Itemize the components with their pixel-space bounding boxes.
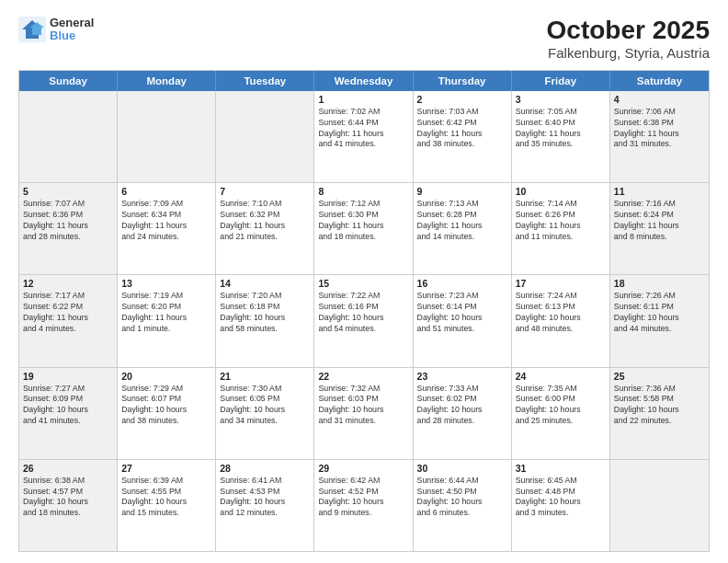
calendar-cell: 24Sunrise: 7:35 AM Sunset: 6:00 PM Dayli…	[512, 368, 610, 459]
day-info: Sunrise: 7:23 AM Sunset: 6:14 PM Dayligh…	[417, 291, 507, 335]
day-info: Sunrise: 7:36 AM Sunset: 5:58 PM Dayligh…	[614, 384, 705, 428]
day-info: Sunrise: 6:45 AM Sunset: 4:48 PM Dayligh…	[516, 476, 606, 520]
calendar-cell: 28Sunrise: 6:41 AM Sunset: 4:53 PM Dayli…	[216, 460, 314, 551]
day-number: 29	[318, 463, 408, 474]
day-number: 12	[23, 278, 113, 289]
day-number: 21	[220, 371, 310, 382]
calendar-body: 1Sunrise: 7:02 AM Sunset: 6:44 PM Daylig…	[19, 91, 709, 551]
calendar-cell: 25Sunrise: 7:36 AM Sunset: 5:58 PM Dayli…	[610, 368, 709, 459]
calendar: SundayMondayTuesdayWednesdayThursdayFrid…	[18, 70, 710, 552]
calendar-row: 19Sunrise: 7:27 AM Sunset: 6:09 PM Dayli…	[19, 368, 709, 460]
day-info: Sunrise: 7:26 AM Sunset: 6:11 PM Dayligh…	[614, 291, 705, 335]
day-info: Sunrise: 7:19 AM Sunset: 6:20 PM Dayligh…	[121, 291, 211, 335]
calendar-cell: 1Sunrise: 7:02 AM Sunset: 6:44 PM Daylig…	[314, 91, 413, 182]
calendar-cell	[216, 91, 314, 182]
weekday-header: Wednesday	[314, 71, 413, 91]
calendar-cell: 26Sunrise: 6:38 AM Sunset: 4:57 PM Dayli…	[19, 460, 118, 551]
day-number: 22	[318, 371, 408, 382]
day-number: 3	[516, 94, 606, 105]
calendar-row: 26Sunrise: 6:38 AM Sunset: 4:57 PM Dayli…	[19, 460, 709, 551]
day-number: 31	[516, 463, 606, 474]
calendar-cell: 18Sunrise: 7:26 AM Sunset: 6:11 PM Dayli…	[610, 275, 709, 366]
calendar-cell: 29Sunrise: 6:42 AM Sunset: 4:52 PM Dayli…	[314, 460, 413, 551]
weekday-header: Monday	[118, 71, 216, 91]
day-number: 9	[417, 186, 507, 197]
weekday-header: Tuesday	[216, 71, 314, 91]
calendar-cell: 11Sunrise: 7:16 AM Sunset: 6:24 PM Dayli…	[610, 183, 709, 274]
logo-line1: General	[50, 17, 94, 29]
day-info: Sunrise: 7:02 AM Sunset: 6:44 PM Dayligh…	[318, 107, 408, 151]
day-number: 24	[516, 371, 606, 382]
day-number: 27	[121, 463, 211, 474]
weekday-header: Sunday	[19, 71, 118, 91]
calendar-cell: 5Sunrise: 7:07 AM Sunset: 6:36 PM Daylig…	[19, 183, 118, 274]
day-info: Sunrise: 7:03 AM Sunset: 6:42 PM Dayligh…	[417, 107, 507, 151]
calendar-cell: 14Sunrise: 7:20 AM Sunset: 6:18 PM Dayli…	[216, 275, 314, 366]
day-info: Sunrise: 7:09 AM Sunset: 6:34 PM Dayligh…	[121, 199, 211, 243]
calendar-cell: 9Sunrise: 7:13 AM Sunset: 6:28 PM Daylig…	[414, 183, 512, 274]
day-info: Sunrise: 7:33 AM Sunset: 6:02 PM Dayligh…	[417, 384, 507, 428]
logo-line2: Blue	[50, 29, 94, 42]
day-info: Sunrise: 7:07 AM Sunset: 6:36 PM Dayligh…	[23, 199, 113, 243]
weekday-header: Thursday	[414, 71, 512, 91]
day-number: 1	[318, 94, 408, 105]
day-info: Sunrise: 7:10 AM Sunset: 6:32 PM Dayligh…	[220, 199, 310, 243]
day-number: 15	[318, 278, 408, 289]
page: General Blue October 2025 Falkenburg, St…	[0, 0, 728, 563]
calendar-cell: 19Sunrise: 7:27 AM Sunset: 6:09 PM Dayli…	[19, 368, 118, 459]
day-number: 18	[614, 278, 705, 289]
day-info: Sunrise: 7:27 AM Sunset: 6:09 PM Dayligh…	[23, 384, 113, 428]
day-number: 17	[516, 278, 606, 289]
header: General Blue October 2025 Falkenburg, St…	[18, 17, 710, 61]
calendar-cell	[19, 91, 118, 182]
calendar-cell: 8Sunrise: 7:12 AM Sunset: 6:30 PM Daylig…	[314, 183, 413, 274]
day-number: 16	[417, 278, 507, 289]
logo-icon	[18, 17, 46, 42]
day-info: Sunrise: 7:06 AM Sunset: 6:38 PM Dayligh…	[614, 107, 705, 151]
day-info: Sunrise: 7:13 AM Sunset: 6:28 PM Dayligh…	[417, 199, 507, 243]
day-info: Sunrise: 7:24 AM Sunset: 6:13 PM Dayligh…	[516, 291, 606, 335]
day-number: 20	[121, 371, 211, 382]
calendar-cell	[118, 91, 216, 182]
day-number: 5	[23, 186, 113, 197]
logo-text: General Blue	[50, 17, 94, 43]
day-info: Sunrise: 7:14 AM Sunset: 6:26 PM Dayligh…	[516, 199, 606, 243]
day-number: 26	[23, 463, 113, 474]
calendar-cell: 27Sunrise: 6:39 AM Sunset: 4:55 PM Dayli…	[118, 460, 216, 551]
weekday-header: Friday	[512, 71, 610, 91]
calendar-cell: 23Sunrise: 7:33 AM Sunset: 6:02 PM Dayli…	[414, 368, 512, 459]
calendar-cell: 7Sunrise: 7:10 AM Sunset: 6:32 PM Daylig…	[216, 183, 314, 274]
calendar-row: 5Sunrise: 7:07 AM Sunset: 6:36 PM Daylig…	[19, 183, 709, 275]
calendar-cell: 17Sunrise: 7:24 AM Sunset: 6:13 PM Dayli…	[512, 275, 610, 366]
day-info: Sunrise: 6:44 AM Sunset: 4:50 PM Dayligh…	[417, 476, 507, 520]
day-info: Sunrise: 7:12 AM Sunset: 6:30 PM Dayligh…	[318, 199, 408, 243]
calendar-cell: 2Sunrise: 7:03 AM Sunset: 6:42 PM Daylig…	[414, 91, 512, 182]
day-number: 23	[417, 371, 507, 382]
title-block: October 2025 Falkenburg, Styria, Austria	[547, 17, 710, 61]
calendar-row: 1Sunrise: 7:02 AM Sunset: 6:44 PM Daylig…	[19, 91, 709, 183]
calendar-cell: 13Sunrise: 7:19 AM Sunset: 6:20 PM Dayli…	[118, 275, 216, 366]
day-number: 25	[614, 371, 705, 382]
day-number: 10	[516, 186, 606, 197]
day-number: 7	[220, 186, 310, 197]
day-info: Sunrise: 7:05 AM Sunset: 6:40 PM Dayligh…	[516, 107, 606, 151]
calendar-row: 12Sunrise: 7:17 AM Sunset: 6:22 PM Dayli…	[19, 275, 709, 367]
calendar-title: October 2025	[547, 17, 710, 45]
calendar-subtitle: Falkenburg, Styria, Austria	[547, 45, 710, 61]
weekday-header: Saturday	[610, 71, 709, 91]
calendar-cell: 21Sunrise: 7:30 AM Sunset: 6:05 PM Dayli…	[216, 368, 314, 459]
day-number: 2	[417, 94, 507, 105]
calendar-cell	[610, 460, 709, 551]
day-number: 4	[614, 94, 705, 105]
calendar-cell: 3Sunrise: 7:05 AM Sunset: 6:40 PM Daylig…	[512, 91, 610, 182]
calendar-cell: 4Sunrise: 7:06 AM Sunset: 6:38 PM Daylig…	[610, 91, 709, 182]
calendar-cell: 20Sunrise: 7:29 AM Sunset: 6:07 PM Dayli…	[118, 368, 216, 459]
logo: General Blue	[18, 17, 94, 43]
day-number: 19	[23, 371, 113, 382]
day-info: Sunrise: 7:29 AM Sunset: 6:07 PM Dayligh…	[121, 384, 211, 428]
day-info: Sunrise: 7:32 AM Sunset: 6:03 PM Dayligh…	[318, 384, 408, 428]
calendar-cell: 10Sunrise: 7:14 AM Sunset: 6:26 PM Dayli…	[512, 183, 610, 274]
day-info: Sunrise: 7:16 AM Sunset: 6:24 PM Dayligh…	[614, 199, 705, 243]
calendar-cell: 16Sunrise: 7:23 AM Sunset: 6:14 PM Dayli…	[414, 275, 512, 366]
calendar-cell: 12Sunrise: 7:17 AM Sunset: 6:22 PM Dayli…	[19, 275, 118, 366]
